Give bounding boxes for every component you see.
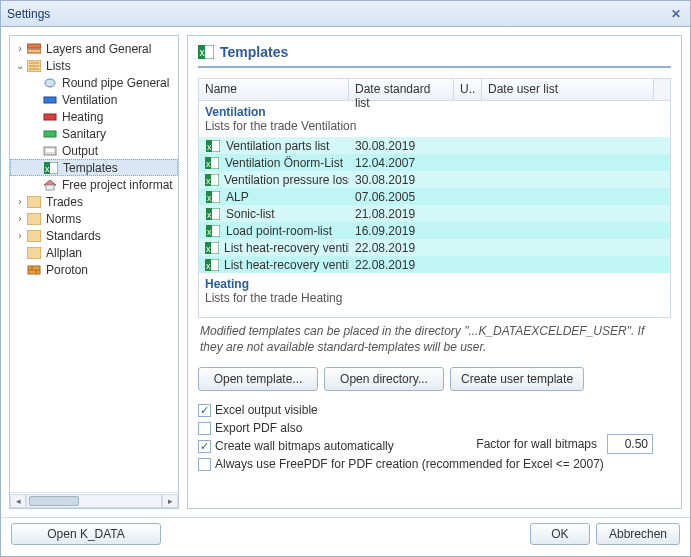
tree-item-layers-general[interactable]: › Layers and General	[10, 40, 178, 57]
scroll-right-icon[interactable]: ▸	[162, 494, 178, 508]
cell-date-std: 30.08.2019	[349, 173, 454, 187]
collapse-icon[interactable]: ⌄	[14, 60, 26, 71]
tree-item-round-pipe[interactable]: Round pipe General	[10, 74, 178, 91]
checkbox-icon[interactable]	[198, 422, 211, 435]
scroll-left-icon[interactable]: ◂	[10, 494, 26, 508]
tree-item-heating[interactable]: Heating	[10, 108, 178, 125]
ok-button[interactable]: OK	[530, 523, 590, 545]
table-row[interactable]: xList heat-recovery ventil...22.08.2019	[199, 256, 670, 273]
expand-icon[interactable]: ›	[14, 43, 26, 54]
table-row[interactable]: xALP07.06.2005	[199, 188, 670, 205]
excel-icon: x	[205, 156, 220, 170]
tree-item-free-project[interactable]: Free project informat	[10, 176, 178, 193]
svg-text:x: x	[206, 261, 211, 271]
expand-icon[interactable]: ›	[14, 196, 26, 207]
table-row[interactable]: xVentilation pressure loss30.08.2019	[199, 171, 670, 188]
standards-icon	[26, 229, 42, 243]
tree-pane: › Layers and General ⌄ Lists Round pipe …	[9, 35, 179, 509]
excel-icon: x	[205, 139, 221, 153]
excel-icon: x	[205, 190, 221, 204]
checkbox-icon[interactable]	[198, 404, 211, 417]
ventilation-icon	[42, 93, 58, 107]
scroll-thumb[interactable]	[29, 496, 79, 506]
col-name[interactable]: Name	[199, 79, 349, 100]
table-row[interactable]: xLoad point-room-list16.09.2019	[199, 222, 670, 239]
table-header: Name Date standard list U.. Date user li…	[199, 79, 670, 101]
bottom-bar: Open K_DATA OK Abbrechen	[1, 517, 690, 549]
table-row[interactable]: xVentilation Önorm-List12.04.2007	[199, 154, 670, 171]
table-row[interactable]: xVentilation parts list30.08.2019	[199, 137, 670, 154]
svg-rect-7	[44, 97, 56, 103]
svg-marker-15	[44, 180, 56, 185]
excel-icon: x	[205, 173, 219, 187]
poroton-icon	[26, 263, 42, 277]
table-body[interactable]: VentilationLists for the trade Ventilati…	[199, 101, 670, 317]
note-text: Modified templates can be placed in the …	[198, 318, 671, 367]
svg-text:x: x	[207, 210, 212, 220]
excel-icon: x	[205, 207, 221, 221]
checkbox-icon[interactable]	[198, 458, 211, 471]
tree-item-poroton[interactable]: Poroton	[10, 261, 178, 278]
svg-text:x: x	[206, 159, 211, 169]
checkbox-icon[interactable]	[198, 440, 211, 453]
open-template-button[interactable]: Open template...	[198, 367, 318, 391]
house-icon	[42, 178, 58, 192]
cancel-button[interactable]: Abbrechen	[596, 523, 680, 545]
close-button[interactable]: ✕	[668, 6, 684, 22]
excel-icon: x	[205, 224, 221, 238]
svg-text:x: x	[45, 164, 50, 174]
factor-label: Factor for wall bitmaps	[476, 437, 597, 451]
svg-rect-16	[46, 185, 54, 190]
svg-text:x: x	[200, 47, 205, 58]
svg-rect-20	[27, 247, 41, 259]
check-freepdf[interactable]: Always use FreePDF for PDF creation (rec…	[198, 455, 671, 473]
svg-point-6	[45, 79, 55, 87]
excel-icon: x	[198, 45, 214, 59]
output-icon	[42, 144, 58, 158]
svg-rect-11	[46, 149, 54, 152]
open-directory-button[interactable]: Open directory...	[324, 367, 444, 391]
tree-item-output[interactable]: Output	[10, 142, 178, 159]
tree-item-trades[interactable]: › Trades	[10, 193, 178, 210]
tree-item-allplan[interactable]: Allplan	[10, 244, 178, 261]
svg-rect-8	[44, 114, 56, 120]
svg-rect-18	[27, 213, 41, 225]
expand-icon[interactable]: ›	[14, 230, 26, 241]
svg-text:x: x	[207, 227, 212, 237]
col-date-user[interactable]: Date user list	[482, 79, 654, 100]
factor-input[interactable]: 0.50	[607, 434, 653, 454]
col-u[interactable]: U..	[454, 79, 482, 100]
svg-rect-1	[27, 49, 41, 53]
table-row[interactable]: xList heat-recovery ventil...22.08.2019	[199, 239, 670, 256]
options-area: Excel output visible Export PDF also Cre…	[198, 401, 671, 473]
cell-date-std: 07.06.2005	[349, 190, 454, 204]
tree-item-ventilation[interactable]: Ventilation	[10, 91, 178, 108]
cell-name: xList heat-recovery ventil...	[199, 258, 349, 272]
table-row[interactable]: xSonic-list21.08.2019	[199, 205, 670, 222]
tree-item-sanitary[interactable]: Sanitary	[10, 125, 178, 142]
cell-date-std: 21.08.2019	[349, 207, 454, 221]
group-subtitle: Lists for the trade Heating	[199, 291, 670, 309]
tree-item-standards[interactable]: › Standards	[10, 227, 178, 244]
tree-item-lists[interactable]: ⌄ Lists	[10, 57, 178, 74]
sanitary-icon	[42, 127, 58, 141]
cell-date-std: 30.08.2019	[349, 139, 454, 153]
cell-date-std: 22.08.2019	[349, 241, 454, 255]
norms-icon	[26, 212, 42, 226]
layers-icon	[26, 42, 42, 56]
page-title: Templates	[220, 44, 288, 60]
cell-date-std: 12.04.2007	[349, 156, 454, 170]
group-title: Heating	[199, 273, 670, 291]
create-user-template-button[interactable]: Create user template	[450, 367, 584, 391]
excel-icon: x	[205, 241, 219, 255]
tree-hscrollbar[interactable]: ◂ ▸	[10, 492, 178, 508]
check-excel-visible[interactable]: Excel output visible	[198, 401, 671, 419]
tree-item-norms[interactable]: › Norms	[10, 210, 178, 227]
expand-icon[interactable]: ›	[14, 213, 26, 224]
open-kdata-button[interactable]: Open K_DATA	[11, 523, 161, 545]
cell-name: xVentilation Önorm-List	[199, 156, 349, 170]
cell-name: xVentilation parts list	[199, 139, 349, 153]
col-date-std[interactable]: Date standard list	[349, 79, 454, 100]
tree-item-templates[interactable]: x Templates	[10, 159, 178, 176]
content-header: x Templates	[198, 42, 671, 68]
